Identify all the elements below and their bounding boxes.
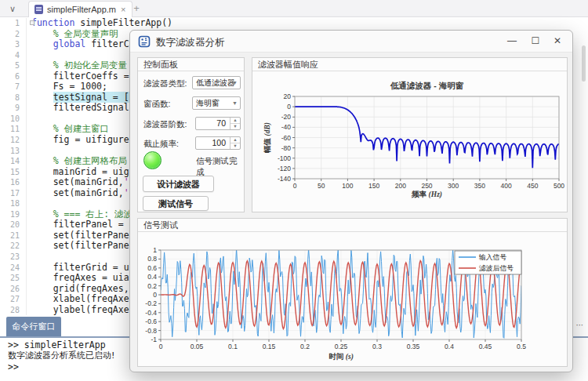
minimize-button[interactable]: —: [500, 31, 524, 52]
dialog-title: 数字滤波器分析: [156, 36, 225, 49]
svg-text:0.2: 0.2: [147, 282, 157, 290]
svg-text:50: 50: [318, 182, 325, 190]
filter-analysis-dialog: 数字滤波器分析 — ☐ ✕ 控制面板 滤波器类型: 低通滤波器 ▼ 窗函数: 海…: [129, 30, 573, 372]
svg-text:0: 0: [293, 182, 297, 190]
chart-title: 低通滤波器 - 海明窗: [390, 81, 464, 90]
freq-response-panel: 滤波器幅值响应 05010015020025030035040045050020…: [252, 57, 568, 212]
svg-text:0.5: 0.5: [517, 343, 526, 350]
legend: 输入信号滤波后信号: [455, 251, 521, 274]
svg-text:-20: -20: [281, 113, 292, 121]
svg-text:0.3: 0.3: [372, 343, 382, 350]
control-panel: 控制面板 滤波器类型: 低通滤波器 ▼ 窗函数: 海明窗 ▼ 滤波器阶数: 70…: [137, 57, 245, 212]
tab-simplefilterapp[interactable]: simpleFilterApp.m ×: [28, 1, 132, 17]
maximize-button[interactable]: ☐: [524, 31, 547, 52]
signal-test-panel: 信号测试 00.050.10.150.20.250.30.350.40.450.…: [137, 218, 568, 367]
svg-text:0.35: 0.35: [407, 343, 420, 350]
close-button[interactable]: ✕: [546, 31, 569, 52]
new-tab-button[interactable]: +: [129, 2, 143, 16]
svg-text:-100: -100: [278, 154, 291, 162]
filter-type-label: 滤波器类型:: [143, 78, 187, 89]
legend-label: 输入信号: [478, 253, 506, 261]
svg-text:450: 450: [527, 182, 538, 190]
svg-text:-1: -1: [151, 336, 157, 343]
chevron-down-icon: ▼: [232, 77, 238, 89]
cutoff-label: 截止频率:: [143, 139, 179, 150]
close-tab-icon[interactable]: ×: [120, 5, 126, 14]
filter-type-dropdown[interactable]: 低通滤波器 ▼: [192, 76, 241, 89]
svg-text:-0.2: -0.2: [145, 299, 157, 307]
freq-panel-title: 滤波器幅值响应: [252, 58, 567, 71]
cutoff-value: 100: [196, 137, 228, 149]
spin-up-icon[interactable]: ▲: [230, 137, 240, 143]
svg-text:0.15: 0.15: [263, 343, 276, 350]
spin-down-icon[interactable]: ▼: [230, 124, 240, 129]
dialog-titlebar[interactable]: 数字滤波器分析 — ☐ ✕: [130, 31, 572, 53]
svg-text:0.1: 0.1: [228, 343, 238, 350]
tab-title: simpleFilterApp.m: [47, 5, 116, 14]
svg-text:0.2: 0.2: [300, 343, 310, 350]
svg-text:-140: -140: [278, 175, 291, 183]
svg-text:0.4: 0.4: [445, 343, 454, 350]
fold-marker-icon[interactable]: [30, 20, 34, 25]
svg-text:400: 400: [501, 182, 512, 190]
y-axis-label: 幅值 (dB): [263, 122, 272, 153]
order-value: 70: [196, 118, 228, 129]
window-fn-dropdown[interactable]: 海明窗 ▼: [192, 96, 241, 110]
control-panel-title: 控制面板: [138, 58, 244, 71]
file-icon: [34, 5, 43, 14]
svg-text:0.6: 0.6: [147, 264, 157, 272]
svg-text:0.45: 0.45: [479, 343, 492, 350]
svg-text:1: 1: [153, 246, 157, 254]
svg-text:0: 0: [287, 103, 291, 111]
editor-scrollbar[interactable]: [582, 45, 586, 82]
svg-text:-40: -40: [281, 123, 292, 131]
editor-tab-bar: ∨ simpleFilterApp.m × +: [0, 0, 588, 17]
splitter-handle[interactable]: ⋯: [573, 321, 587, 330]
svg-text:-0.8: -0.8: [145, 327, 157, 335]
window-fn-value: 海明窗: [196, 99, 220, 107]
spin-down-icon[interactable]: ▼: [230, 143, 240, 149]
screen: ∨ simpleFilterApp.m × + 1function simple…: [0, 0, 588, 381]
chevron-down-icon[interactable]: ∨: [6, 2, 19, 15]
svg-text:250: 250: [421, 182, 432, 190]
spin-up-icon[interactable]: ▲: [230, 118, 240, 124]
test-signal-button[interactable]: 测试信号: [143, 196, 209, 211]
svg-text:0: 0: [153, 291, 157, 299]
svg-text:300: 300: [448, 182, 459, 190]
svg-text:-120: -120: [278, 165, 291, 172]
design-filter-button[interactable]: 设计滤波器: [143, 176, 214, 192]
order-spinner[interactable]: 70 ▲▼: [195, 117, 241, 130]
svg-text:200: 200: [395, 182, 406, 190]
svg-text:150: 150: [368, 182, 379, 190]
svg-text:0.8: 0.8: [147, 255, 157, 263]
signal-panel-title: 信号测试: [138, 219, 567, 232]
code-line: 1function simpleFilterApp(): [0, 18, 588, 29]
status-lamp: [143, 151, 162, 169]
cutoff-spinner[interactable]: 100 ▲▼: [195, 136, 241, 150]
order-label: 滤波器阶数:: [143, 119, 187, 130]
svg-text:0.4: 0.4: [147, 273, 157, 281]
chevron-down-icon: ▼: [232, 97, 238, 109]
svg-text:350: 350: [474, 182, 485, 190]
svg-text:100: 100: [342, 182, 353, 190]
svg-text:0.25: 0.25: [335, 343, 348, 350]
legend-label: 滤波后信号: [479, 264, 514, 272]
app-icon: [138, 35, 151, 48]
status-text: 信号测试完成: [196, 156, 244, 178]
svg-text:500: 500: [554, 182, 564, 190]
svg-text:-80: -80: [281, 144, 292, 152]
x-axis-label: 时间 (s): [328, 352, 354, 361]
svg-text:-60: -60: [281, 134, 292, 142]
svg-text:-0.4: -0.4: [145, 309, 157, 317]
svg-text:20: 20: [284, 93, 292, 100]
x-axis-label: 频率 (Hz): [411, 190, 442, 199]
svg-text:0: 0: [159, 343, 163, 350]
svg-text:-0.6: -0.6: [145, 318, 157, 325]
svg-text:0.05: 0.05: [191, 343, 204, 350]
window-fn-label: 窗函数:: [143, 99, 170, 110]
filter-type-value: 低通滤波器: [196, 78, 235, 87]
signal-test-chart: 00.050.10.150.20.250.30.350.40.450.510.8…: [138, 232, 567, 366]
tab-command-window[interactable]: 命令行窗口: [6, 317, 61, 336]
freq-response-chart: 050100150200250300350400450500200-20-40-…: [252, 71, 567, 212]
